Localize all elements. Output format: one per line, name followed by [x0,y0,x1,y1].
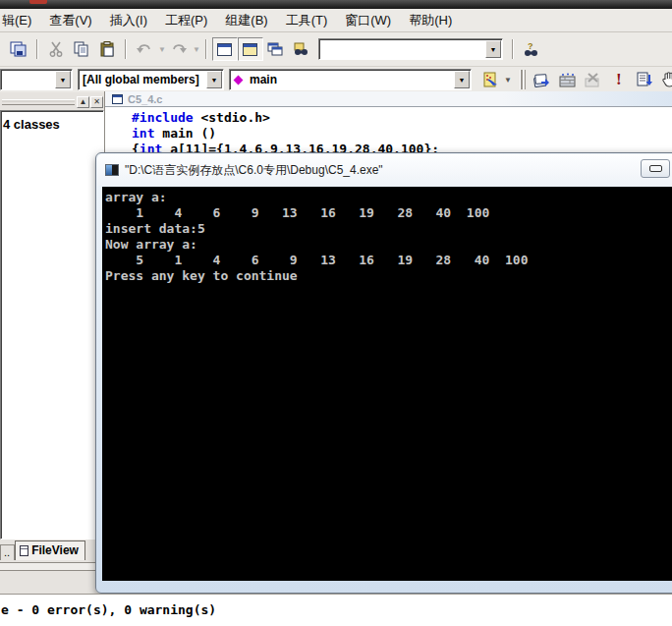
workspace-tabs: .. FileView [0,541,104,560]
execute-program-icon[interactable]: ! [606,68,632,91]
members-combobox-dropdown-icon[interactable]: ▼ [206,71,222,88]
function-combobox-dropdown-icon[interactable]: ▼ [454,71,470,88]
build-result-text: e - 0 error(s), 0 warning(s) [0,595,672,617]
console-line: Press any key to continue [105,268,672,284]
insert-breakpoint-icon[interactable] [657,68,672,91]
function-diamond-icon [234,75,244,85]
menu-build[interactable]: 组建(B) [216,10,276,31]
tab-classview[interactable]: .. [0,544,15,560]
toolbar-separator [36,39,38,59]
console-line: insert data:5 [105,221,672,237]
classview-tree[interactable]: 4 classes [0,110,104,540]
panel-pin-icon[interactable]: ▲ [77,96,89,108]
console-title-text: "D:\C语言实例存放点\C6.0专用\Debug\C5_4.exe" [125,162,383,179]
menubar: 辑(E) 查看(V) 插入(I) 工程(P) 组建(B) 工具(T) 窗口(W)… [0,9,672,32]
editor-title-label: C5_4.c [128,93,162,105]
find-combobox-dropdown-icon[interactable]: ▼ [485,40,501,58]
compile-icon[interactable] [530,68,555,91]
panel-close-icon[interactable]: ✕ [90,96,103,108]
menu-tools[interactable]: 工具(T) [277,10,337,31]
class-combobox[interactable]: ▼ [0,69,73,90]
members-combobox-value[interactable]: [All global members] [79,73,205,86]
cut-icon[interactable] [43,37,69,61]
redo-dropdown-icon[interactable]: ▼ [193,45,200,54]
svg-text:?: ? [528,41,533,51]
undo-dropdown-icon[interactable]: ▼ [158,45,166,54]
workspace-panel: ▲ ✕ 4 classes .. FileView [0,93,104,575]
code-line: #include <stdio.h> [132,110,672,126]
menu-insert[interactable]: 插入(I) [101,10,156,31]
undo-icon[interactable] [132,37,157,61]
wizard-actions-dropdown-icon[interactable]: ▼ [504,76,512,85]
find-in-files-icon[interactable] [289,37,314,61]
build-output-pane[interactable]: e - 0 error(s), 0 warning(s) [0,594,672,626]
redo-icon[interactable] [166,37,192,61]
menu-edit[interactable]: 辑(E) [0,10,40,31]
titlebar-accent [29,0,47,4]
workspace-toggle-icon[interactable] [212,37,238,61]
console-app-icon [105,164,119,176]
tab-fileview[interactable]: FileView [15,541,85,560]
menu-help[interactable]: 帮助(H) [400,10,461,31]
paste-icon[interactable] [94,37,120,61]
save-all-icon[interactable] [6,37,31,61]
toolbar-separator [205,39,207,59]
console-line: array a: [105,190,672,205]
search-query-icon[interactable]: ? [519,37,544,61]
fileview-doc-icon [20,545,28,556]
menu-project[interactable]: 工程(P) [156,10,216,31]
console-output[interactable]: array a: 1 4 6 9 13 16 19 28 40 100inser… [102,187,672,581]
wizard-actions-icon[interactable] [477,68,503,91]
console-titlebar[interactable]: "D:\C语言实例存放点\C6.0专用\Debug\C5_4.exe" [97,154,672,186]
function-combobox-value[interactable]: main [246,73,453,86]
go-icon[interactable] [632,68,657,91]
class-combobox-dropdown-icon[interactable]: ▼ [55,71,71,88]
console-window[interactable]: "D:\C语言实例存放点\C6.0专用\Debug\C5_4.exe" arra… [95,152,672,594]
console-minimize-button[interactable] [641,159,670,178]
window-titlebar-sliver [0,0,672,9]
console-line: 1 4 6 9 13 16 19 28 40 100 [105,205,672,221]
console-line: Now array a: [105,237,672,253]
editor-titlebar[interactable]: C5_4.c [105,91,672,107]
members-combobox[interactable]: [All global members] ▼ [78,69,224,90]
function-combobox[interactable]: main ▼ [229,69,472,90]
standard-toolbar: ▼ ▼ [0,32,672,67]
menu-window[interactable]: 窗口(W) [336,10,400,31]
menu-view[interactable]: 查看(V) [40,10,100,31]
wizard-bar: ▼ [All global members] ▼ main ▼ ▼ [0,67,672,92]
stop-build-icon[interactable] [581,68,606,91]
cascade-windows-icon[interactable] [263,37,289,61]
source-file-icon [112,94,123,104]
code-line: int main () [132,126,672,142]
vc6-ide-window: 辑(E) 查看(V) 插入(I) 工程(P) 组建(B) 工具(T) 窗口(W)… [0,0,672,626]
toolbar-separator [125,39,127,59]
toolbar-separator [512,39,514,59]
workspace-panel-header: ▲ ✕ [0,93,104,110]
find-combobox[interactable]: ▼ [318,38,503,60]
copy-icon[interactable] [69,37,94,61]
toolbar-grip [520,70,526,89]
minimize-glyph-icon [649,165,662,172]
output-toggle-icon[interactable] [238,37,263,61]
tree-root-label[interactable]: 4 classes [3,117,60,132]
build-icon[interactable] [555,68,581,91]
workspace-hscrollbar[interactable] [0,562,104,571]
code-area[interactable]: #include <stdio.h>int main (){int a[11]=… [105,107,672,157]
console-line: 5 1 4 6 9 13 16 19 28 40 100 [105,253,672,268]
panel-drag-grip[interactable] [2,99,75,105]
